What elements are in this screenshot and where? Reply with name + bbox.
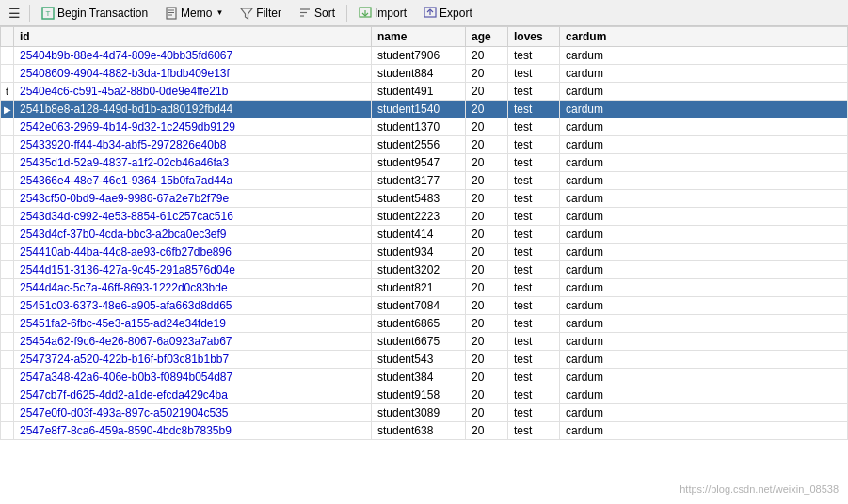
col-header-name[interactable]: name xyxy=(372,27,466,47)
cell-age: 20 xyxy=(466,297,508,315)
begin-transaction-button[interactable]: T Begin Transaction xyxy=(34,3,155,24)
filter-button[interactable]: Filter xyxy=(232,3,289,24)
cell-cardnum: cardum xyxy=(560,136,848,154)
memo-label: Memo xyxy=(181,7,212,20)
cell-name: student7084 xyxy=(372,297,466,315)
table-body: 25404b9b-88e4-4d74-809e-40bb35fd6067stud… xyxy=(1,47,848,440)
cell-cardnum: cardum xyxy=(560,190,848,208)
sort-label: Sort xyxy=(314,7,335,20)
table-row[interactable]: 25473724-a520-422b-b16f-bf03c81b1bb7stud… xyxy=(1,351,848,369)
cell-id: 2547e8f7-8ca6-459a-8590-4bdc8b7835b9 xyxy=(14,422,372,440)
col-header-id[interactable]: id xyxy=(14,27,372,47)
cell-loves: test xyxy=(508,261,560,279)
col-header-age[interactable]: age xyxy=(466,27,508,47)
table-row[interactable]: 2547e0f0-d03f-493a-897c-a5021904c535stud… xyxy=(1,404,848,422)
watermark: https://blog.csdn.net/weixin_08538 xyxy=(680,483,839,495)
col-header-loves[interactable]: loves xyxy=(508,27,560,47)
cell-cardnum: cardum xyxy=(560,65,848,83)
table-row[interactable]: ▶2541b8e8-a128-449d-bd1b-ad80192fbd44stu… xyxy=(1,101,848,118)
table-row[interactable]: 25404b9b-88e4-4d74-809e-40bb35fd6067stud… xyxy=(1,47,848,65)
table-row[interactable]: t2540e4c6-c591-45a2-88b0-0de9e4ffe21bstu… xyxy=(1,83,848,101)
cell-name: student6675 xyxy=(372,333,466,351)
memo-icon xyxy=(165,7,178,20)
export-button[interactable]: Export xyxy=(416,3,480,24)
cell-name: student821 xyxy=(372,279,466,297)
table-row[interactable]: 2543d4cf-37b0-4cda-bbc3-a2bca0ec3ef9stud… xyxy=(1,226,848,244)
cell-loves: test xyxy=(508,333,560,351)
cell-id: 25473724-a520-422b-b16f-bf03c81b1bb7 xyxy=(14,351,372,369)
table-row[interactable]: 25451c03-6373-48e6-a905-afa663d8dd65stud… xyxy=(1,297,848,315)
cell-loves: test xyxy=(508,190,560,208)
cell-id: 254366e4-48e7-46e1-9364-15b0fa7ad44a xyxy=(14,172,372,190)
row-indicator xyxy=(1,244,14,261)
row-indicator xyxy=(1,47,14,65)
table-row[interactable]: 25451fa2-6fbc-45e3-a155-ad24e34fde19stud… xyxy=(1,315,848,333)
cell-age: 20 xyxy=(466,315,508,333)
cell-id: 2547e0f0-d03f-493a-897c-a5021904c535 xyxy=(14,404,372,422)
cell-loves: test xyxy=(508,65,560,83)
row-indicator xyxy=(1,297,14,315)
cell-age: 20 xyxy=(466,208,508,226)
cell-cardnum: cardum xyxy=(560,261,848,279)
table-row[interactable]: 25408609-4904-4882-b3da-1fbdb409e13fstud… xyxy=(1,65,848,83)
table-row[interactable]: 2542e063-2969-4b14-9d32-1c2459db9129stud… xyxy=(1,118,848,136)
cell-cardnum: cardum xyxy=(560,422,848,440)
table-row[interactable]: 254366e4-48e7-46e1-9364-15b0fa7ad44astud… xyxy=(1,172,848,190)
cell-name: student3202 xyxy=(372,261,466,279)
sort-button[interactable]: Sort xyxy=(291,3,343,24)
cell-age: 20 xyxy=(466,261,508,279)
table-row[interactable]: 2544d4ac-5c7a-46ff-8693-1222d0c83bdestud… xyxy=(1,279,848,297)
table-row[interactable]: 25433920-ff44-4b34-abf5-2972826e40b8stud… xyxy=(1,136,848,154)
export-icon xyxy=(424,7,437,20)
cell-id: 2547cb7f-d625-4dd2-a1de-efcda429c4ba xyxy=(14,386,372,404)
cell-loves: test xyxy=(508,208,560,226)
table-row[interactable]: 2547cb7f-d625-4dd2-a1de-efcda429c4bastud… xyxy=(1,386,848,404)
import-button[interactable]: Import xyxy=(351,3,414,24)
memo-button[interactable]: Memo ▼ xyxy=(157,3,231,24)
cell-loves: test xyxy=(508,47,560,65)
row-indicator xyxy=(1,333,14,351)
cell-cardnum: cardum xyxy=(560,279,848,297)
table-row[interactable]: 2544d151-3136-427a-9c45-291a8576d04estud… xyxy=(1,261,848,279)
data-table: id name age loves cardum 25404b9b-88e4-4… xyxy=(0,26,848,440)
cell-id: 2547a348-42a6-406e-b0b3-f0894b054d87 xyxy=(14,369,372,386)
table-container: id name age loves cardum 25404b9b-88e4-4… xyxy=(0,26,848,504)
cell-cardnum: cardum xyxy=(560,369,848,386)
cell-id: 25451fa2-6fbc-45e3-a155-ad24e34fde19 xyxy=(14,315,372,333)
cell-cardnum: cardum xyxy=(560,404,848,422)
begin-transaction-icon: T xyxy=(41,7,55,20)
cell-name: student5483 xyxy=(372,190,466,208)
cell-id: 2544d4ac-5c7a-46ff-8693-1222d0c83bde xyxy=(14,279,372,297)
table-row[interactable]: 2543cf50-0bd9-4ae9-9986-67a2e7b2f79estud… xyxy=(1,190,848,208)
table-row[interactable]: 25435d1d-52a9-4837-a1f2-02cb46a46fa3stud… xyxy=(1,154,848,172)
cell-name: student1540 xyxy=(372,101,466,118)
cell-id: 2541b8e8-a128-449d-bd1b-ad80192fbd44 xyxy=(14,101,372,118)
cell-loves: test xyxy=(508,154,560,172)
row-indicator xyxy=(1,404,14,422)
table-row[interactable]: 25454a62-f9c6-4e26-8067-6a0923a7ab67stud… xyxy=(1,333,848,351)
row-indicator xyxy=(1,190,14,208)
export-label: Export xyxy=(440,7,472,20)
cell-loves: test xyxy=(508,83,560,101)
cell-age: 20 xyxy=(466,47,508,65)
cell-loves: test xyxy=(508,279,560,297)
row-indicator xyxy=(1,279,14,297)
table-row[interactable]: 2547a348-42a6-406e-b0b3-f0894b054d87stud… xyxy=(1,369,848,386)
cell-name: student2556 xyxy=(372,136,466,154)
cell-cardnum: cardum xyxy=(560,351,848,369)
col-header-cardnum[interactable]: cardum xyxy=(560,27,848,47)
cell-loves: test xyxy=(508,226,560,244)
cell-loves: test xyxy=(508,369,560,386)
cell-id: 2542e063-2969-4b14-9d32-1c2459db9129 xyxy=(14,118,372,136)
row-indicator: t xyxy=(1,83,14,101)
table-row[interactable]: 254410ab-44ba-44c8-ae93-c6fb27dbe896stud… xyxy=(1,244,848,261)
table-row[interactable]: 2547e8f7-8ca6-459a-8590-4bdc8b7835b9stud… xyxy=(1,422,848,440)
cell-id: 25404b9b-88e4-4d74-809e-40bb35fd6067 xyxy=(14,47,372,65)
row-indicator xyxy=(1,351,14,369)
row-indicator xyxy=(1,422,14,440)
hamburger-menu-icon[interactable]: ☰ xyxy=(4,4,25,23)
cell-cardnum: cardum xyxy=(560,333,848,351)
cell-name: student9158 xyxy=(372,386,466,404)
table-row[interactable]: 2543d34d-c992-4e53-8854-61c257cac516stud… xyxy=(1,208,848,226)
table-header-row: id name age loves cardum xyxy=(1,27,848,47)
